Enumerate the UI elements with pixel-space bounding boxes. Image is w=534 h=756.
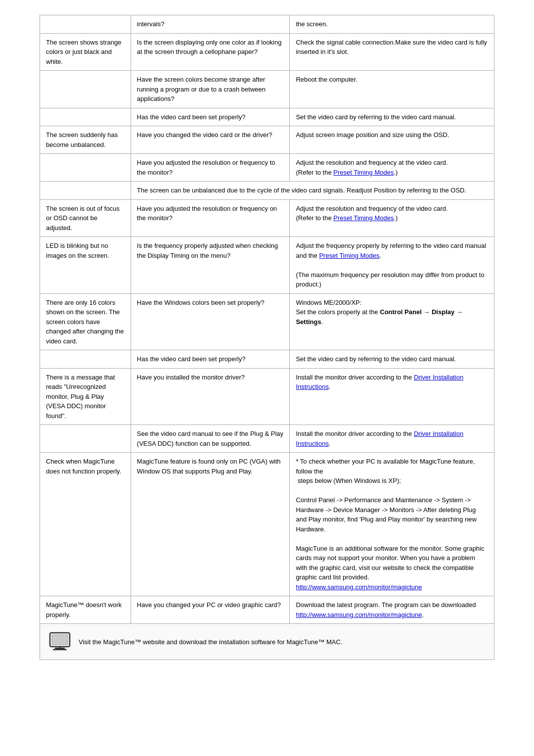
- problem-text: MagicTune™ doesn't work properly.: [46, 601, 122, 618]
- problem-cell: [40, 425, 131, 453]
- driver-installation-link-1[interactable]: Driver Installation Instructions: [296, 374, 463, 391]
- monitor-icon: [48, 630, 72, 654]
- table-row: See the video card manual to see if the …: [40, 425, 494, 453]
- problem-cell: There are only 16 colors shown on the sc…: [40, 293, 131, 350]
- solution-text: Download the latest program. The program…: [296, 601, 476, 618]
- svg-rect-3: [52, 635, 68, 645]
- solution-cell: Windows ME/2000/XP:Set the colors proper…: [290, 293, 494, 350]
- driver-installation-link-2[interactable]: Driver Installation Instructions: [296, 430, 463, 447]
- table-row: The screen shows strange colors or just …: [40, 33, 494, 71]
- check-cell: Have you adjusted the resolution or freq…: [131, 154, 290, 182]
- solution-text: Set the video card by referring to the v…: [296, 355, 456, 363]
- solution-cell: Set the video card by referring to the v…: [290, 350, 494, 369]
- check-text: Has the video card been set properly?: [137, 355, 246, 363]
- solution-text: Adjust screen image position and size us…: [296, 131, 449, 139]
- solution-cell: Check the signal cable connection.Make s…: [290, 33, 494, 71]
- solution-cell: Reboot the computer.: [290, 71, 494, 108]
- solution-text: Set the video card by referring to the v…: [296, 113, 456, 121]
- solution-text: Adjust the resolution and frequency at t…: [296, 159, 447, 176]
- check-text: MagicTune feature is found only on PC (V…: [137, 458, 281, 475]
- check-cell: Have you changed the video card or the d…: [131, 126, 290, 154]
- problem-cell: [40, 154, 131, 182]
- table-row: There are only 16 colors shown on the sc…: [40, 293, 494, 350]
- check-text: Have you adjusted the resolution or freq…: [137, 205, 277, 222]
- check-text: Have you changed your PC or video graphi…: [137, 601, 281, 609]
- problem-text: LED is blinking but no images on the scr…: [46, 242, 109, 259]
- problem-text: There is a message that reads "Unrecogni…: [46, 374, 115, 420]
- solution-cell: Install the monitor driver according to …: [290, 368, 494, 425]
- solution-text: * To check whether your PC is available …: [296, 458, 484, 591]
- check-text: Have you changed the video card or the d…: [137, 131, 272, 139]
- check-cell: Have the screen colors become strange af…: [131, 71, 290, 108]
- problem-cell: The screen suddenly has become unbalance…: [40, 126, 131, 154]
- solution-cell: Adjust the resolution and frequency of t…: [290, 199, 494, 237]
- problem-cell: LED is blinking but no images on the scr…: [40, 237, 131, 294]
- troubleshooting-table: intervals? the screen. The screen shows …: [40, 15, 494, 624]
- check-cell: Have you changed your PC or video graphi…: [131, 596, 290, 624]
- check-text: See the video card manual to see if the …: [137, 430, 283, 447]
- check-cell: Have you installed the monitor driver?: [131, 368, 290, 425]
- solution-cell: * To check whether your PC is available …: [290, 453, 494, 596]
- table-row: The screen can be unbalanced due to the …: [40, 182, 494, 200]
- preset-timing-link-3[interactable]: Preset Timing Modes: [319, 252, 379, 259]
- table-row: Has the video card been set properly? Se…: [40, 108, 494, 126]
- check-cell: Have you adjusted the resolution or freq…: [131, 199, 290, 237]
- table-row: The screen suddenly has become unbalance…: [40, 126, 494, 154]
- span-cell: The screen can be unbalanced due to the …: [131, 182, 494, 200]
- problem-cell: [40, 350, 131, 369]
- solution-cell: Install the monitor driver according to …: [290, 425, 494, 453]
- table-row: Check when MagicTune does not function p…: [40, 453, 494, 596]
- solution-text: Install the monitor driver according to …: [296, 430, 463, 447]
- check-text: Have the screen colors become strange af…: [137, 76, 266, 102]
- check-cell: Has the video card been set properly?: [131, 108, 290, 126]
- problem-text: The screen shows strange colors or just …: [46, 39, 121, 65]
- check-text: Has the video card been set properly?: [137, 113, 246, 121]
- problem-cell: [40, 182, 131, 200]
- solution-cell: Set the video card by referring to the v…: [290, 108, 494, 126]
- problem-cell: There is a message that reads "Unrecogni…: [40, 368, 131, 425]
- check-cell: Is the screen displaying only one color …: [131, 33, 290, 71]
- solution-cell: Download the latest program. The program…: [290, 596, 494, 624]
- samsung-magictune-link-2[interactable]: http://www.samsung.com/monitor/magictune: [296, 611, 422, 618]
- preset-timing-link-2[interactable]: Preset Timing Modes: [333, 214, 394, 222]
- table-row: There is a message that reads "Unrecogni…: [40, 368, 494, 425]
- solution-text: Adjust the frequency properly by referri…: [296, 242, 486, 288]
- preset-timing-link[interactable]: Preset Timing Modes: [333, 169, 394, 176]
- problem-text: There are only 16 colors shown on the sc…: [46, 299, 124, 345]
- solution-text: Install the monitor driver according to …: [296, 374, 463, 391]
- solution-cell: Adjust the frequency properly by referri…: [290, 237, 494, 294]
- problem-cell: [40, 108, 131, 126]
- page-container: intervals? the screen. The screen shows …: [30, 0, 504, 675]
- problem-cell: MagicTune™ doesn't work properly.: [40, 596, 131, 624]
- problem-cell: Check when MagicTune does not function p…: [40, 453, 131, 596]
- check-text: Have you adjusted the resolution or freq…: [137, 159, 275, 176]
- solution-text: Check the signal cable connection.Make s…: [296, 39, 487, 56]
- solution-text: Windows ME/2000/XP:Set the colors proper…: [296, 299, 462, 326]
- problem-cell: The screen is out of focus or OSD cannot…: [40, 199, 131, 237]
- samsung-magictune-link-1[interactable]: http://www.samsung.com/monitor/magictune: [296, 583, 422, 591]
- solution-text: Adjust the resolution and frequency of t…: [296, 205, 447, 222]
- check-cell: intervals?: [131, 15, 290, 34]
- check-text: intervals?: [137, 20, 165, 28]
- table-row: The screen is out of focus or OSD cannot…: [40, 199, 494, 237]
- solution-cell: Adjust screen image position and size us…: [290, 126, 494, 154]
- problem-cell: [40, 71, 131, 108]
- check-text: Is the frequency properly adjusted when …: [137, 242, 278, 259]
- table-row: Has the video card been set properly? Se…: [40, 350, 494, 369]
- problem-text: The screen is out of focus or OSD cannot…: [46, 205, 120, 232]
- problem-text: Check when MagicTune does not function p…: [46, 458, 121, 475]
- table-row: Have the screen colors become strange af…: [40, 71, 494, 108]
- span-text: The screen can be unbalanced due to the …: [137, 187, 466, 194]
- check-cell: Has the video card been set properly?: [131, 350, 290, 369]
- check-text: Is the screen displaying only one color …: [137, 39, 282, 56]
- check-text: Have you installed the monitor driver?: [137, 374, 245, 381]
- check-cell: MagicTune feature is found only on PC (V…: [131, 453, 290, 596]
- problem-cell: [40, 15, 131, 34]
- footer-bar: Visit the MagicTune™ website and downloa…: [40, 624, 494, 660]
- solution-cell: the screen.: [290, 15, 494, 34]
- check-cell: See the video card manual to see if the …: [131, 425, 290, 453]
- table-row: Have you adjusted the resolution or freq…: [40, 154, 494, 182]
- solution-cell: Adjust the resolution and frequency at t…: [290, 154, 494, 182]
- solution-text: the screen.: [296, 20, 327, 28]
- check-cell: Have the Windows colors been set properl…: [131, 293, 290, 350]
